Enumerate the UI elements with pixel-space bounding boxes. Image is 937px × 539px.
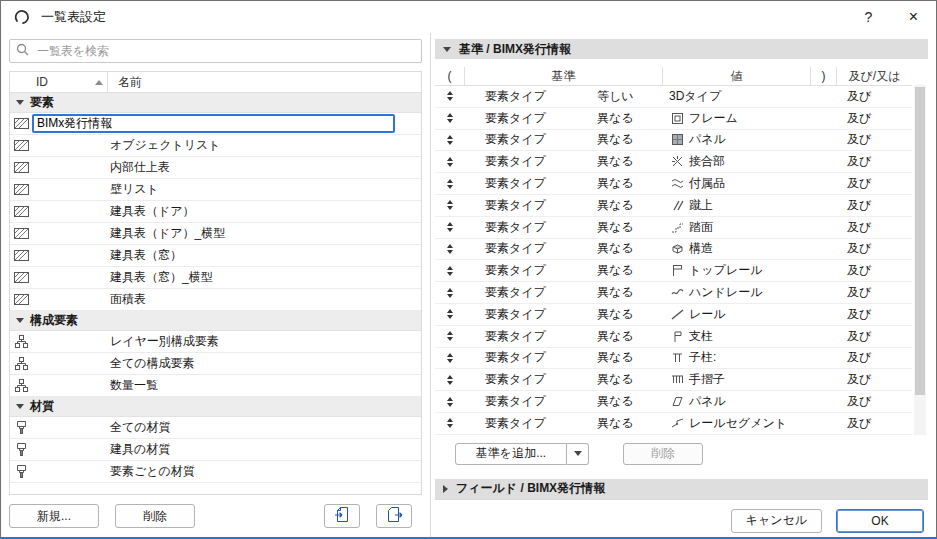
column-header-name[interactable]: 名前: [108, 74, 142, 91]
criteria-name[interactable]: 要素タイプ: [465, 371, 589, 388]
criteria-value-cell[interactable]: トップレール: [663, 262, 811, 279]
criteria-name[interactable]: 要素タイプ: [465, 219, 589, 236]
criteria-value-cell[interactable]: 付属品: [663, 175, 811, 192]
criteria-andor[interactable]: 及び: [837, 110, 912, 127]
criteria-name[interactable]: 要素タイプ: [465, 88, 589, 105]
criteria-row[interactable]: 要素タイプ異なるパネル及び: [435, 130, 912, 152]
criteria-andor[interactable]: 及び: [837, 393, 912, 410]
search-input[interactable]: [35, 43, 415, 59]
row-reorder-handle-icon[interactable]: [435, 331, 465, 341]
row-reorder-handle-icon[interactable]: [435, 309, 465, 319]
criteria-row[interactable]: 要素タイプ異なる子柱:及び: [435, 348, 912, 370]
criteria-value-cell[interactable]: 構造: [663, 240, 811, 257]
criteria-value-cell[interactable]: パネル: [663, 131, 811, 148]
criteria-name[interactable]: 要素タイプ: [465, 131, 589, 148]
criteria-name[interactable]: 要素タイプ: [465, 175, 589, 192]
list-item[interactable]: 要素ごとの材質: [10, 461, 421, 483]
criteria-name[interactable]: 要素タイプ: [465, 328, 589, 345]
list-item[interactable]: 全ての材質: [10, 417, 421, 439]
criteria-value-cell[interactable]: レールセグメント: [663, 415, 811, 432]
row-reorder-handle-icon[interactable]: [435, 397, 465, 407]
column-header-criteria[interactable]: 基準: [465, 67, 663, 85]
criteria-operator[interactable]: 異なる: [589, 219, 663, 236]
criteria-name[interactable]: 要素タイプ: [465, 262, 589, 279]
new-button[interactable]: 新規...: [9, 504, 99, 528]
criteria-value-cell[interactable]: 子柱:: [663, 349, 811, 366]
criteria-name[interactable]: 要素タイプ: [465, 349, 589, 366]
criteria-value-cell[interactable]: 手摺子: [663, 371, 811, 388]
criteria-value-cell[interactable]: 接合部: [663, 153, 811, 170]
criteria-row[interactable]: 要素タイプ異なる接合部及び: [435, 151, 912, 173]
criteria-andor[interactable]: 及び: [837, 306, 912, 323]
list-item[interactable]: 全ての構成要素: [10, 353, 421, 375]
column-header-andor[interactable]: 及び/又は: [837, 67, 912, 85]
row-reorder-handle-icon[interactable]: [435, 222, 465, 232]
row-reorder-handle-icon[interactable]: [435, 418, 465, 428]
column-header-value[interactable]: 値: [663, 67, 811, 85]
row-reorder-handle-icon[interactable]: [435, 157, 465, 167]
criteria-operator[interactable]: 異なる: [589, 240, 663, 257]
criteria-andor[interactable]: 及び: [837, 131, 912, 148]
criteria-andor[interactable]: 及び: [837, 88, 912, 105]
criteria-value-cell[interactable]: 支柱: [663, 328, 811, 345]
export-schemes-button[interactable]: [376, 504, 412, 528]
row-reorder-handle-icon[interactable]: [435, 135, 465, 145]
criteria-operator[interactable]: 異なる: [589, 197, 663, 214]
criteria-operator[interactable]: 異なる: [589, 415, 663, 432]
list-item[interactable]: 建具表（窓）: [10, 245, 421, 267]
criteria-andor[interactable]: 及び: [837, 328, 912, 345]
criteria-operator[interactable]: 異なる: [589, 153, 663, 170]
criteria-name[interactable]: 要素タイプ: [465, 197, 589, 214]
column-header-open-paren[interactable]: (: [435, 67, 465, 85]
row-reorder-handle-icon[interactable]: [435, 353, 465, 363]
criteria-row[interactable]: 要素タイプ等しい3Dタイプ及び: [435, 86, 912, 108]
criteria-andor[interactable]: 及び: [837, 284, 912, 301]
criteria-andor[interactable]: 及び: [837, 371, 912, 388]
criteria-operator[interactable]: 異なる: [589, 110, 663, 127]
criteria-andor[interactable]: 及び: [837, 175, 912, 192]
delete-button[interactable]: 削除: [115, 504, 195, 528]
criteria-value-cell[interactable]: 蹴上: [663, 197, 811, 214]
criteria-value-cell[interactable]: 3Dタイプ: [663, 88, 811, 105]
cancel-button[interactable]: キャンセル: [731, 509, 822, 533]
criteria-name[interactable]: 要素タイプ: [465, 240, 589, 257]
criteria-row[interactable]: 要素タイプ異なる構造及び: [435, 239, 912, 261]
criteria-row[interactable]: 要素タイプ異なる支柱及び: [435, 326, 912, 348]
criteria-delete-button[interactable]: 削除: [623, 443, 703, 465]
criteria-value-cell[interactable]: 踏面: [663, 219, 811, 236]
scrollbar[interactable]: [914, 85, 926, 435]
criteria-operator[interactable]: 異なる: [589, 371, 663, 388]
add-criteria-dropdown-button[interactable]: [567, 443, 589, 465]
row-reorder-handle-icon[interactable]: [435, 266, 465, 276]
criteria-value-cell[interactable]: レール: [663, 306, 811, 323]
row-reorder-handle-icon[interactable]: [435, 179, 465, 189]
search-box[interactable]: [9, 39, 422, 63]
criteria-operator[interactable]: 異なる: [589, 349, 663, 366]
criteria-operator[interactable]: 異なる: [589, 175, 663, 192]
criteria-row[interactable]: 要素タイプ異なるトップレール及び: [435, 260, 912, 282]
list-item[interactable]: 内部仕上表: [10, 157, 421, 179]
list-item[interactable]: 建具表（窓）_横型: [10, 267, 421, 289]
criteria-name[interactable]: 要素タイプ: [465, 415, 589, 432]
list-item[interactable]: 建具表（ドア）: [10, 201, 421, 223]
row-reorder-handle-icon[interactable]: [435, 375, 465, 385]
row-reorder-handle-icon[interactable]: [435, 113, 465, 123]
group-header[interactable]: 要素: [10, 93, 421, 113]
group-header[interactable]: 構成要素: [10, 311, 421, 331]
criteria-value-cell[interactable]: パネル: [663, 393, 811, 410]
group-header[interactable]: 材質: [10, 397, 421, 417]
criteria-andor[interactable]: 及び: [837, 240, 912, 257]
column-header-id[interactable]: ID: [10, 72, 108, 92]
criteria-row[interactable]: 要素タイプ異なるレールセグメント及び: [435, 413, 912, 435]
row-reorder-handle-icon[interactable]: [435, 288, 465, 298]
help-button[interactable]: ?: [846, 1, 891, 33]
criteria-operator[interactable]: 異なる: [589, 262, 663, 279]
criteria-row[interactable]: 要素タイプ異なる踏面及び: [435, 217, 912, 239]
close-button[interactable]: ×: [891, 1, 936, 33]
criteria-row[interactable]: 要素タイプ異なる手摺子及び: [435, 369, 912, 391]
scrollbar-thumb[interactable]: [915, 87, 925, 395]
column-header-close-paren[interactable]: ): [811, 67, 837, 85]
ok-button[interactable]: OK: [836, 509, 924, 533]
criteria-section-header[interactable]: 基準 / BIMX発行情報: [435, 39, 928, 59]
list-item[interactable]: [10, 113, 421, 135]
